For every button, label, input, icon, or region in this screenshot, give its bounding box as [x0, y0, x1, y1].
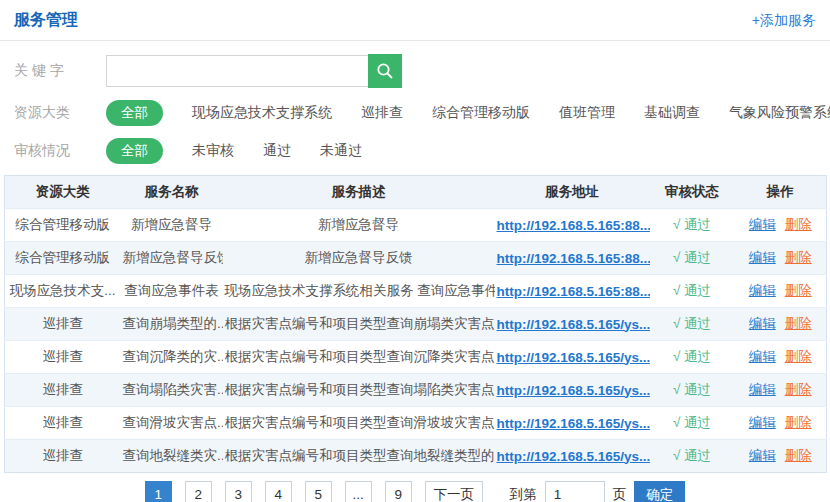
table-row: 巡排查查询塌陷类灾害...根据灾害点编号和项目类型查询塌陷类灾害点的详...ht…: [5, 374, 827, 407]
goto-prefix-label: 到第: [510, 481, 537, 502]
goto-suffix-label: 页: [613, 481, 627, 502]
page-button[interactable]: 9: [385, 481, 412, 502]
edit-link[interactable]: 编辑: [749, 217, 776, 232]
table-row: 巡排查查询沉降类的灾...根据灾害点编号和项目类型查询沉降类灾害点的详...ht…: [5, 341, 827, 374]
cell-url: http://192.168.5.165/ys...: [495, 308, 650, 341]
filter-option[interactable]: 通过: [263, 142, 291, 160]
page-button[interactable]: 2: [185, 481, 212, 502]
cell-status: √ 通过: [650, 440, 735, 473]
cell-actions: 编辑删除: [735, 242, 827, 275]
status-pass-badge: √ 通过: [673, 382, 711, 397]
edit-link[interactable]: 编辑: [749, 283, 776, 298]
delete-link[interactable]: 删除: [785, 316, 812, 331]
page-title: 服务管理: [14, 10, 78, 31]
cell-status: √ 通过: [650, 242, 735, 275]
filter-option-selected[interactable]: 全部: [106, 138, 163, 164]
service-url-link[interactable]: http://192.168.5.165/ys...: [497, 449, 650, 464]
filter-option[interactable]: 综合管理移动版: [432, 104, 530, 122]
table-row: 综合管理移动版新增应急督导反馈新增应急督导反馈http://192.168.5.…: [5, 242, 827, 275]
status-pass-badge: √ 通过: [673, 250, 711, 265]
cell-description: 根据灾害点编号和项目类型查询地裂缝类型的灾害...: [223, 440, 495, 473]
audit-options: 全部未审核通过未通过: [106, 138, 362, 164]
edit-link[interactable]: 编辑: [749, 250, 776, 265]
confirm-button[interactable]: 确定: [634, 481, 685, 502]
cell-actions: 编辑删除: [735, 275, 827, 308]
cell-url: http://192.168.5.165:88...: [495, 275, 650, 308]
service-url-link[interactable]: http://192.168.5.165:88...: [497, 251, 650, 266]
edit-link[interactable]: 编辑: [749, 382, 776, 397]
cell-category: 现场应急技术支...: [5, 275, 121, 308]
cell-status: √ 通过: [650, 341, 735, 374]
delete-link[interactable]: 删除: [785, 415, 812, 430]
cell-description: 根据灾害点编号和项目类型查询沉降类灾害点的详...: [223, 341, 495, 374]
next-page-button[interactable]: 下一页: [425, 481, 483, 502]
cell-service-name: 查询塌陷类灾害...: [121, 374, 223, 407]
category-filter-label: 资源大类: [14, 104, 106, 122]
page-button-active[interactable]: 1: [145, 481, 172, 502]
category-filter-row: 资源大类 全部现场应急技术支撑系统巡排查综合管理移动版值班管理基础调查气象风险预…: [14, 100, 816, 126]
delete-link[interactable]: 删除: [785, 382, 812, 397]
cell-url: http://192.168.5.165:88...: [495, 209, 650, 242]
filter-option[interactable]: 未通过: [320, 142, 362, 160]
cell-url: http://192.168.5.165/ys...: [495, 407, 650, 440]
delete-link[interactable]: 删除: [785, 283, 812, 298]
pagination: 12345...9下一页到第页确定: [0, 481, 830, 502]
service-url-link[interactable]: http://192.168.5.165:88...: [497, 218, 650, 233]
cell-actions: 编辑删除: [735, 407, 827, 440]
edit-link[interactable]: 编辑: [749, 448, 776, 463]
filter-option[interactable]: 未审核: [192, 142, 234, 160]
table-row: 巡排查查询崩塌类型的...根据灾害点编号和项目类型查询崩塌类灾害点的详...ht…: [5, 308, 827, 341]
cell-category: 巡排查: [5, 308, 121, 341]
page-button[interactable]: 5: [305, 481, 332, 502]
page-button[interactable]: 4: [265, 481, 292, 502]
add-service-button[interactable]: +添加服务: [752, 12, 816, 30]
filter-option[interactable]: 值班管理: [559, 104, 615, 122]
keyword-label: 关 键 字: [14, 62, 106, 80]
delete-link[interactable]: 删除: [785, 448, 812, 463]
table-header-row: 资源大类 服务名称 服务描述 服务地址 审核状态 操作: [5, 176, 827, 209]
cell-service-name: 查询地裂缝类灾...: [121, 440, 223, 473]
service-url-link[interactable]: http://192.168.5.165/ys...: [497, 416, 650, 431]
filter-option[interactable]: 巡排查: [361, 104, 403, 122]
delete-link[interactable]: 删除: [785, 349, 812, 364]
col-header-actions: 操作: [735, 176, 827, 209]
filter-option[interactable]: 气象风险预警系统: [729, 104, 830, 122]
page-button[interactable]: 3: [225, 481, 252, 502]
edit-link[interactable]: 编辑: [749, 349, 776, 364]
status-pass-badge: √ 通过: [673, 349, 711, 364]
status-pass-badge: √ 通过: [673, 283, 711, 298]
cell-actions: 编辑删除: [735, 374, 827, 407]
delete-link[interactable]: 删除: [785, 217, 812, 232]
audit-filter-row: 审核情况 全部未审核通过未通过: [14, 138, 816, 164]
service-url-link[interactable]: http://192.168.5.165/ys...: [497, 350, 650, 365]
page-button[interactable]: ...: [345, 481, 372, 502]
cell-status: √ 通过: [650, 374, 735, 407]
goto-page-group: 到第页确定: [510, 481, 686, 502]
cell-description: 根据灾害点编号和项目类型查询崩塌类灾害点的详...: [223, 308, 495, 341]
cell-status: √ 通过: [650, 407, 735, 440]
search-button[interactable]: [368, 54, 402, 88]
goto-page-input[interactable]: [545, 481, 605, 502]
cell-description: 新增应急督导反馈: [223, 242, 495, 275]
topbar: 服务管理 +添加服务: [0, 0, 830, 41]
cell-status: √ 通过: [650, 209, 735, 242]
cell-description: 根据灾害点编号和项目类型查询滑坡坡灾害点的详...: [223, 407, 495, 440]
table-row: 综合管理移动版新增应急督导新增应急督导http://192.168.5.165:…: [5, 209, 827, 242]
edit-link[interactable]: 编辑: [749, 415, 776, 430]
filter-option[interactable]: 现场应急技术支撑系统: [192, 104, 332, 122]
cell-description: 新增应急督导: [223, 209, 495, 242]
delete-link[interactable]: 删除: [785, 250, 812, 265]
cell-url: http://192.168.5.165/ys...: [495, 341, 650, 374]
status-pass-badge: √ 通过: [673, 448, 711, 463]
service-url-link[interactable]: http://192.168.5.165/ys...: [497, 317, 650, 332]
keyword-input[interactable]: [106, 55, 368, 87]
category-options: 全部现场应急技术支撑系统巡排查综合管理移动版值班管理基础调查气象风险预警系统: [106, 100, 830, 126]
filter-option-selected[interactable]: 全部: [106, 100, 163, 126]
service-url-link[interactable]: http://192.168.5.165/ys...: [497, 383, 650, 398]
filter-option[interactable]: 基础调查: [644, 104, 700, 122]
cell-service-name: 查询应急事件表: [121, 275, 223, 308]
cell-description: 根据灾害点编号和项目类型查询塌陷类灾害点的详...: [223, 374, 495, 407]
cell-url: http://192.168.5.165:88...: [495, 242, 650, 275]
edit-link[interactable]: 编辑: [749, 316, 776, 331]
service-url-link[interactable]: http://192.168.5.165:88...: [497, 284, 650, 299]
